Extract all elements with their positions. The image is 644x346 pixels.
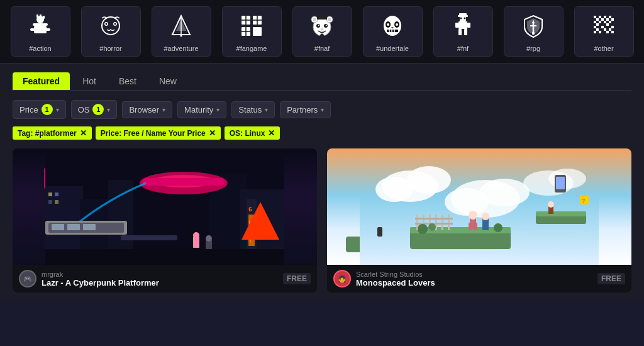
svg-point-130 <box>445 188 489 216</box>
svg-rect-73 <box>611 18 614 21</box>
tabs-row: Featured Hot Best New <box>13 72 631 91</box>
active-tag-os-label: OS: Linux <box>230 129 265 138</box>
category-other[interactable]: #other <box>574 6 634 57</box>
active-tag-os-remove[interactable]: ✕ <box>268 128 275 138</box>
svg-rect-54 <box>455 23 458 28</box>
svg-rect-7 <box>43 16 45 19</box>
svg-rect-140 <box>448 215 450 230</box>
svg-rect-21 <box>253 27 262 36</box>
category-undertale[interactable]: #undertale <box>363 6 423 57</box>
category-undertale-label: #undertale <box>376 45 409 52</box>
active-tag-os[interactable]: OS: Linux ✕ <box>225 126 280 140</box>
active-tag-platformer-remove[interactable]: ✕ <box>80 128 87 138</box>
svg-rect-103 <box>121 235 177 240</box>
svg-rect-2 <box>34 26 47 33</box>
category-horror[interactable]: #horror <box>81 6 141 57</box>
svg-rect-101 <box>143 178 225 186</box>
category-fangame[interactable]: #fangame <box>222 6 282 57</box>
filter-os[interactable]: OS 1 ▾ <box>71 100 118 119</box>
filter-status[interactable]: Status ▾ <box>231 101 275 118</box>
category-fnf[interactable]: #fnf <box>433 6 493 57</box>
tab-featured[interactable]: Featured <box>13 72 70 90</box>
svg-rect-122 <box>67 224 80 230</box>
svg-point-132 <box>548 169 586 189</box>
svg-point-148 <box>482 213 489 220</box>
svg-rect-3 <box>30 28 35 31</box>
svg-point-33 <box>328 18 331 21</box>
game-card-monospaced[interactable]: ? 👧 Scarlet String Studios Monospaced Lo… <box>327 148 631 293</box>
filter-os-chevron: ▾ <box>107 106 110 113</box>
filter-partners[interactable]: Partners ▾ <box>280 101 331 118</box>
svg-rect-5 <box>36 14 38 18</box>
game-info-lazr: 🎮 mrgrak Lazr - A Cyberpunk Platformer F… <box>13 265 317 293</box>
rpg-icon <box>518 11 548 41</box>
svg-rect-55 <box>467 23 470 28</box>
category-fnaf-label: #fnaf <box>314 45 330 52</box>
svg-rect-1 <box>33 23 48 26</box>
filter-browser[interactable]: Browser ▾ <box>122 101 172 118</box>
game-avatar-monospaced: 👧 <box>333 270 351 287</box>
svg-text:A: A <box>249 233 252 238</box>
category-rpg-label: #rpg <box>526 45 540 52</box>
active-tag-platformer-label: Tag: #platformer <box>18 129 77 138</box>
fangame-icon <box>236 11 267 41</box>
category-adventure[interactable]: #adventure <box>152 6 211 57</box>
category-adventure-label: #adventure <box>164 45 198 52</box>
svg-point-32 <box>313 18 316 21</box>
game-avatar-lazr: 🎮 <box>19 270 36 287</box>
category-rpg[interactable]: #rpg <box>504 6 564 57</box>
filter-browser-label: Browser <box>129 105 159 114</box>
svg-rect-80 <box>594 26 596 28</box>
category-other-label: #other <box>594 45 613 52</box>
games-grid: G MEAT <box>13 148 631 293</box>
svg-rect-108 <box>48 193 52 196</box>
svg-point-144 <box>469 211 477 220</box>
svg-point-107 <box>206 235 212 242</box>
filter-maturity-label: Maturity <box>184 105 213 114</box>
active-tag-platformer[interactable]: Tag: #platformer ✕ <box>13 126 92 140</box>
fnaf-icon <box>307 11 337 41</box>
tab-best[interactable]: Best <box>109 72 147 90</box>
svg-rect-6 <box>40 14 42 18</box>
svg-rect-4 <box>45 28 50 31</box>
category-fnaf[interactable]: #fnaf <box>292 6 352 57</box>
svg-rect-85 <box>609 28 611 31</box>
svg-rect-53 <box>458 21 467 29</box>
svg-rect-84 <box>604 28 606 31</box>
category-action-label: #action <box>29 45 51 52</box>
fnf-icon <box>448 11 478 41</box>
game-price-lazr: FREE <box>283 273 311 284</box>
main-content: Featured Hot Best New Price 1 ▾ OS 1 ▾ B… <box>0 64 644 301</box>
filters-row: Price 1 ▾ OS 1 ▾ Browser ▾ Maturity ▾ St… <box>13 100 631 119</box>
category-fangame-label: #fangame <box>236 45 267 52</box>
horror-icon <box>96 11 126 41</box>
svg-point-151 <box>494 223 502 232</box>
svg-rect-67 <box>599 16 601 18</box>
svg-rect-69 <box>609 16 611 18</box>
active-tag-price[interactable]: Price: Free / Name Your Price ✕ <box>96 126 221 140</box>
action-icon <box>25 11 55 41</box>
filter-partners-chevron: ▾ <box>321 106 324 113</box>
game-author-monospaced: Scarlet String Studios <box>356 271 592 278</box>
svg-rect-102 <box>45 249 284 265</box>
svg-rect-76 <box>604 21 606 23</box>
svg-point-61 <box>464 18 466 20</box>
category-action[interactable]: #action <box>11 6 70 57</box>
active-tag-price-remove[interactable]: ✕ <box>209 128 216 138</box>
game-card-lazr[interactable]: G MEAT <box>13 148 317 293</box>
filter-maturity[interactable]: Maturity ▾ <box>177 101 226 118</box>
svg-rect-146 <box>474 223 477 230</box>
other-icon <box>589 11 619 41</box>
filter-price[interactable]: Price 1 ▾ <box>13 100 66 119</box>
svg-rect-87 <box>599 31 601 33</box>
game-thumb-monospaced: ? <box>327 148 631 265</box>
svg-point-126 <box>407 166 451 194</box>
svg-point-105 <box>193 232 199 238</box>
category-horror-label: #horror <box>99 45 121 52</box>
svg-rect-86 <box>594 31 596 33</box>
svg-point-60 <box>460 18 462 20</box>
tab-new[interactable]: New <box>149 72 187 90</box>
game-text-lazr: mrgrak Lazr - A Cyberpunk Platformer <box>42 271 278 287</box>
tab-hot[interactable]: Hot <box>72 72 106 90</box>
svg-rect-79 <box>606 23 609 26</box>
